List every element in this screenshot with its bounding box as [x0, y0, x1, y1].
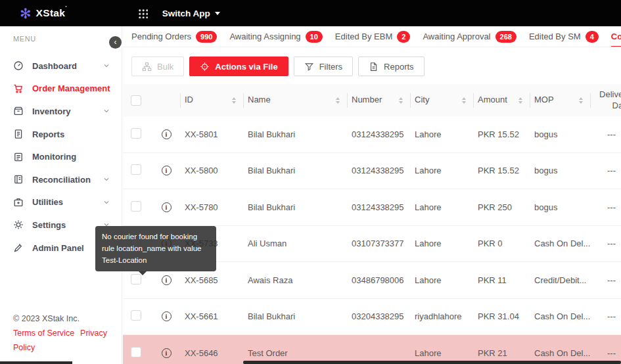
column-header-name[interactable]: Name: [244, 84, 348, 116]
row-info-cell: i: [152, 275, 181, 285]
info-icon[interactable]: i: [162, 275, 172, 285]
terms-of-service-link[interactable]: Terms of Service: [13, 329, 74, 338]
sort-icon[interactable]: [232, 97, 236, 104]
cell-name: Bilal Bukhari: [244, 166, 348, 175]
sidebar-item-label: Monitoring: [32, 152, 110, 162]
bulk-button[interactable]: Bulk: [131, 57, 184, 76]
actions-via-file-button[interactable]: Actions via File: [189, 57, 288, 76]
cell-name: Test Order: [244, 348, 348, 358]
cell-delivery-date: ---: [591, 166, 621, 175]
sidebar-item-reports[interactable]: Reports: [0, 123, 122, 146]
cell-id: XX-5800: [181, 166, 244, 175]
filters-button-label: Filters: [319, 62, 342, 72]
column-header-id[interactable]: ID: [181, 84, 244, 116]
row-checkbox[interactable]: [131, 201, 141, 212]
tab-awaiting-approval[interactable]: Awaiting Approval268: [423, 26, 516, 47]
sidebar-item-inventory[interactable]: Inventory: [0, 100, 122, 123]
reports-button[interactable]: Reports: [358, 57, 425, 76]
column-header-label: MOP: [530, 95, 554, 105]
chevron-down-icon: [103, 176, 110, 183]
report-icon: [13, 129, 24, 139]
sidebar-collapse-button[interactable]: ‹: [109, 36, 122, 49]
cell-city: Lahore: [411, 239, 474, 248]
sort-icon[interactable]: [462, 97, 466, 104]
filter-funnel-icon: [304, 62, 314, 72]
sort-icon[interactable]: [579, 97, 583, 104]
tab-pending-orders[interactable]: Pending Orders990: [131, 26, 217, 47]
sidebar-item-dashboard[interactable]: Dashboard: [0, 55, 122, 78]
row-checkbox[interactable]: [131, 310, 141, 321]
brand-trademark: ’: [65, 5, 67, 11]
sidebar-item-utilities[interactable]: Utilities: [0, 191, 122, 214]
table-scrollbar-thumb[interactable]: [243, 361, 621, 364]
tab-edited-by-sm[interactable]: Edited By SM4: [529, 26, 599, 47]
sidebar-item-order-management[interactable]: Order Management: [0, 78, 122, 101]
sidebar-item-reconciliation[interactable]: Reconciliation: [0, 168, 122, 191]
sort-icon[interactable]: [336, 97, 340, 104]
inventory-icon: [13, 106, 24, 116]
column-header-amount[interactable]: Amount: [474, 84, 530, 116]
column-header-label: Name: [244, 95, 271, 105]
info-icon[interactable]: i: [162, 166, 172, 175]
select-all-checkbox[interactable]: [131, 95, 141, 106]
cell-mop: Credit/Debit...: [530, 275, 591, 285]
cell-id: XX-5661: [181, 311, 244, 321]
column-header-mop[interactable]: MOP: [530, 84, 591, 116]
chevron-down-icon: [103, 62, 110, 69]
switch-app-label: Switch App: [162, 9, 210, 18]
info-icon[interactable]: i: [162, 202, 172, 212]
column-header-number[interactable]: Number: [348, 84, 411, 116]
tab-edited-by-ebm[interactable]: Edited By EBM2: [335, 26, 411, 47]
sidebar-footer: © 2023 XStak Inc. Terms of ServicePrivac…: [13, 312, 122, 355]
tooltip-text: No courier found for booking rule locati…: [102, 233, 202, 264]
copyright-text: © 2023 XStak Inc.: [13, 312, 122, 327]
cell-id: XX-5780: [181, 202, 244, 212]
xstak-logo-icon: ✻: [20, 7, 32, 20]
sort-icon[interactable]: [518, 97, 522, 104]
row-checkbox-cell: [123, 310, 152, 323]
chevron-down-icon: [103, 199, 110, 206]
sidebar-item-monitoring[interactable]: Monitoring: [0, 145, 122, 168]
cell-city: Lahore: [411, 166, 474, 175]
info-icon[interactable]: i: [162, 311, 172, 321]
info-icon[interactable]: i: [162, 348, 172, 358]
cell-number: 03204338295: [348, 311, 411, 321]
info-icon[interactable]: i: [162, 129, 172, 139]
tab-count-badge: 990: [196, 31, 217, 43]
cell-name: Bilal Bukhari: [244, 129, 348, 139]
cell-number: 03107373377: [348, 239, 411, 248]
cell-amount: PKR 21: [474, 348, 530, 358]
sidebar-item-label: Inventory: [32, 106, 103, 116]
orders-table: IDNameNumberCityAmountMOPDelivery Date i…: [123, 84, 621, 364]
column-header-city[interactable]: City: [411, 84, 474, 116]
tab-label: Awaiting Assigning: [229, 32, 300, 41]
sort-icon[interactable]: [399, 97, 403, 104]
row-checkbox[interactable]: [131, 128, 141, 139]
sidebar-scrollbar-thumb[interactable]: [0, 361, 72, 364]
cell-delivery-date: ---: [591, 311, 621, 321]
row-info-cell: i: [152, 348, 181, 358]
cell-name: Bilal Bukhari: [244, 202, 348, 212]
switch-app-menu[interactable]: Switch App: [162, 9, 220, 18]
admin-icon: [13, 242, 24, 253]
tab-awaiting-assigning[interactable]: Awaiting Assigning10: [229, 26, 322, 47]
row-checkbox-cell: [123, 164, 152, 177]
column-header-label: Amount: [474, 95, 507, 105]
top-bar: ✻ XStak’ Switch App: [0, 0, 621, 26]
table-header-row: IDNameNumberCityAmountMOPDelivery Date: [123, 84, 621, 116]
cell-mop: bogus: [530, 202, 591, 212]
main-content: Pending Orders990Awaiting Assigning10Edi…: [123, 26, 621, 364]
row-checkbox-cell: [123, 274, 152, 286]
toolbar: Bulk Actions via File Filters: [131, 57, 621, 76]
filters-button[interactable]: Filters: [294, 57, 353, 76]
row-checkbox[interactable]: [131, 347, 141, 357]
row-checkbox[interactable]: [131, 164, 141, 175]
cell-mop: Cash On Del...: [530, 311, 591, 321]
brand-logo: ✻ XStak’: [20, 7, 67, 20]
apps-grid-icon[interactable]: [138, 9, 148, 18]
cell-delivery-date: ---: [591, 129, 621, 139]
tab-courier-booking[interactable]: Courier Booking8: [611, 26, 621, 47]
cell-number: 03124338295: [348, 166, 411, 175]
cell-id: XX-5646: [181, 348, 244, 358]
row-info-cell: i: [152, 166, 181, 175]
